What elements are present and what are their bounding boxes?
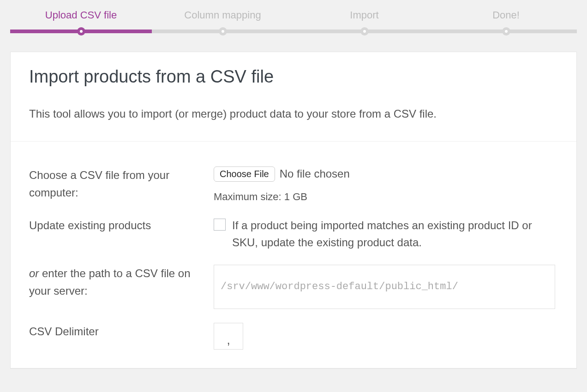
progress-dot-3: [360, 27, 369, 36]
page-description: This tool allows you to import (or merge…: [29, 106, 558, 122]
choose-file-button[interactable]: Choose File: [214, 166, 275, 182]
step-done: Done!: [435, 9, 577, 21]
max-size-text: Maximum size: 1 GB: [214, 191, 558, 203]
row-choose-file: Choose a CSV file from your computer: Ch…: [29, 166, 558, 203]
server-path-input[interactable]: [214, 265, 555, 309]
page-title: Import products from a CSV file: [29, 67, 558, 87]
progress-bar: [10, 30, 577, 33]
card-body: Choose a CSV file from your computer: Ch…: [11, 142, 576, 368]
choose-file-label: Choose a CSV file from your computer:: [29, 166, 214, 202]
row-server-path: or enter the path to a CSV file on your …: [29, 265, 558, 309]
no-file-text: No file chosen: [280, 167, 350, 180]
progress-stepper: Upload CSV file Column mapping Import Do…: [0, 0, 587, 33]
or-text: or: [29, 267, 39, 279]
server-path-label: or enter the path to a CSV file on your …: [29, 265, 214, 300]
update-existing-label: Update existing products: [29, 217, 214, 234]
progress-dot-4: [502, 27, 510, 36]
csv-delimiter-input[interactable]: [214, 323, 243, 350]
update-existing-description: If a product being imported matches an e…: [232, 217, 558, 251]
step-upload: Upload CSV file: [10, 9, 152, 21]
update-existing-checkbox[interactable]: [214, 219, 226, 231]
step-import: Import: [294, 9, 435, 21]
progress-dot-2: [219, 27, 227, 36]
card-header: Import products from a CSV file This too…: [11, 52, 576, 142]
step-column-mapping: Column mapping: [152, 9, 294, 21]
server-path-label-rest: enter the path to a CSV file on your ser…: [29, 267, 191, 297]
import-card: Import products from a CSV file This too…: [10, 52, 577, 368]
csv-delimiter-label: CSV Delimiter: [29, 323, 214, 340]
row-csv-delimiter: CSV Delimiter: [29, 323, 558, 350]
progress-dot-1: [77, 27, 85, 36]
row-update-existing: Update existing products If a product be…: [29, 217, 558, 251]
